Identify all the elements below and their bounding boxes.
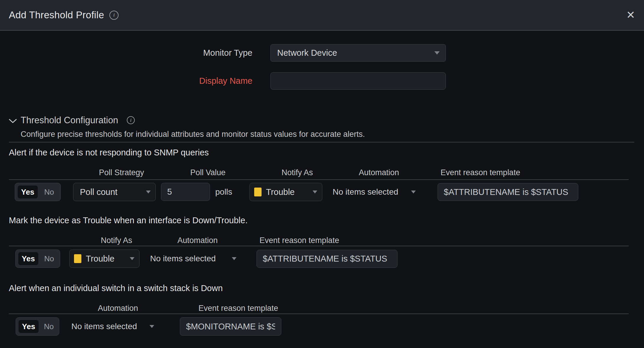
- interface-alert-heading: Mark the device as Trouble when an inter…: [9, 216, 248, 225]
- table-divider: [9, 179, 629, 180]
- section-collapse-chevron-icon[interactable]: [9, 119, 17, 124]
- poll-strategy-select[interactable]: Poll count: [73, 183, 156, 201]
- snmp-alert-heading: Alert if the device is not responding to…: [9, 148, 209, 157]
- toggle-no-option[interactable]: No: [38, 254, 60, 263]
- section-divider: [9, 142, 634, 142]
- display-name-label: Display Name: [0, 72, 252, 90]
- col-poll-strategy: Poll Strategy: [83, 168, 160, 178]
- col-event-reason: Event reason template: [259, 235, 383, 245]
- chevron-down-icon: [146, 191, 151, 193]
- switch-stack-alert-heading: Alert when an individual switch in a swi…: [9, 283, 223, 293]
- chevron-down-icon: [150, 325, 154, 328]
- event-reason-input[interactable]: [257, 250, 397, 268]
- col-automation: Automation: [80, 303, 156, 313]
- event-reason-input[interactable]: [180, 317, 281, 336]
- poll-value-input[interactable]: [161, 183, 210, 201]
- close-icon[interactable]: ✕: [626, 10, 635, 20]
- col-automation: Automation: [341, 168, 417, 178]
- automation-value: No items selected: [150, 254, 216, 263]
- monitor-type-value: Network Device: [271, 48, 337, 58]
- chevron-down-icon: [313, 191, 317, 193]
- toggle-yes-option[interactable]: Yes: [18, 252, 38, 265]
- toggle-yes-option[interactable]: Yes: [18, 186, 38, 198]
- poll-strategy-value: Poll count: [73, 187, 117, 197]
- trouble-status-swatch-icon: [74, 254, 81, 263]
- table-divider: [9, 313, 629, 314]
- automation-value: No items selected: [71, 322, 137, 331]
- event-reason-input[interactable]: [438, 183, 578, 201]
- notify-as-select[interactable]: Trouble: [249, 183, 322, 201]
- col-notify-as: Notify As: [259, 168, 336, 178]
- trouble-status-swatch-icon: [254, 188, 262, 196]
- chevron-down-icon: [130, 257, 134, 260]
- dialog-header: Add Threshold Profile i ✕: [0, 0, 644, 31]
- chevron-down-icon: [232, 257, 236, 260]
- interface-enabled-toggle[interactable]: Yes No: [15, 249, 60, 268]
- notify-as-value: Trouble: [81, 254, 114, 264]
- chevron-down-icon: [411, 191, 416, 193]
- toggle-no-option[interactable]: No: [38, 188, 60, 197]
- page-title: Add Threshold Profile: [9, 9, 104, 21]
- add-threshold-profile-dialog: Add Threshold Profile i ✕ Monitor Type N…: [0, 0, 644, 348]
- threshold-info-icon[interactable]: i: [127, 116, 135, 124]
- chevron-down-icon: [434, 51, 440, 55]
- col-poll-value: Poll Value: [170, 168, 246, 178]
- automation-select[interactable]: No items selected: [333, 183, 416, 201]
- display-name-input[interactable]: [270, 72, 446, 90]
- threshold-configuration-title: Threshold Configuration: [21, 115, 118, 126]
- monitor-type-label: Monitor Type: [0, 44, 252, 62]
- title-info-icon[interactable]: i: [109, 11, 119, 20]
- col-automation: Automation: [159, 235, 236, 245]
- table-divider: [9, 246, 629, 246]
- monitor-type-select[interactable]: Network Device: [270, 44, 446, 62]
- switch-stack-enabled-toggle[interactable]: Yes No: [16, 317, 59, 336]
- automation-value: No items selected: [333, 187, 398, 197]
- snmp-enabled-toggle[interactable]: Yes No: [15, 183, 61, 201]
- notify-as-value: Trouble: [262, 187, 295, 197]
- toggle-yes-option[interactable]: Yes: [19, 320, 39, 333]
- notify-as-select[interactable]: Trouble: [69, 249, 139, 268]
- toggle-no-option[interactable]: No: [39, 322, 59, 331]
- col-event-reason: Event reason template: [441, 168, 564, 178]
- col-notify-as: Notify As: [78, 235, 155, 245]
- automation-select[interactable]: No items selected: [150, 249, 236, 268]
- col-event-reason: Event reason template: [198, 303, 322, 313]
- automation-select[interactable]: No items selected: [71, 317, 154, 336]
- threshold-description: Configure precise thresholds for individ…: [21, 130, 365, 139]
- poll-unit-label: polls: [215, 183, 232, 201]
